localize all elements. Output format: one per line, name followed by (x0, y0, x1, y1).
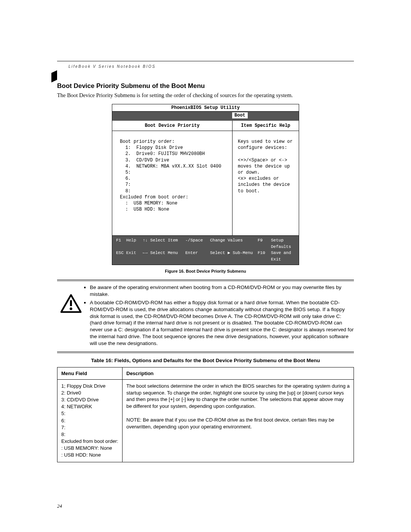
bios-menubar: Boot (112, 112, 299, 121)
table-header-row: Menu Field Description (57, 367, 354, 379)
warning-block: Be aware of the operating environment wh… (57, 284, 354, 348)
bios-left-title: Boot Device Priority (112, 121, 232, 131)
fields-table: Menu Field Description 1; Floppy Disk Dr… (57, 367, 354, 462)
intro-paragraph: The Boot Device Priority Submenu is for … (57, 92, 354, 99)
table-title: Table 16: Fields, Options and Defaults f… (57, 358, 354, 363)
table-cell-menufield: 1; Floppy Disk Drive 2: Drive0 3: CD/DVD… (57, 379, 123, 462)
table-header-menufield: Menu Field (57, 367, 123, 379)
bios-right-title: Item Specific Help (233, 121, 299, 131)
bios-title: PhoenixBIOS Setup Utility (112, 104, 299, 112)
table-cell-description: The boot selections determine the order … (123, 379, 354, 462)
section-title: Boot Device Priority Submenu of the Boot… (57, 82, 354, 90)
warning-rule-top (57, 280, 354, 281)
tab-marker (51, 70, 57, 83)
warning-bullet-1: Be aware of the operating environment wh… (90, 284, 354, 298)
svg-point-2 (70, 308, 72, 310)
table-header-description: Description (123, 367, 354, 379)
warning-rule-bottom (57, 351, 354, 353)
bios-help-text: Keys used to view or configure devices: … (233, 131, 299, 217)
bios-active-tab: Boot (232, 112, 248, 118)
bios-screenshot: PhoenixBIOS Setup Utility Boot Boot Devi… (112, 104, 299, 265)
header-rule (57, 61, 354, 61)
page-number: 24 (57, 503, 62, 509)
bios-footer: F1 Help ↑↓ Select Item -/Space Change Va… (112, 236, 299, 265)
table-row: 1; Floppy Disk Drive 2: Drive0 3: CD/DVD… (57, 379, 354, 462)
figure-caption: Figure 16. Boot Device Priority Submenu (57, 269, 354, 273)
bios-boot-list: Boot priority order: 1: Floppy Disk Driv… (112, 131, 232, 235)
running-header: LifeBook V Series Notebook BIOS (57, 64, 354, 71)
svg-rect-1 (70, 300, 72, 306)
warning-bullet-2: A bootable CD-ROM/DVD-ROM has either a f… (90, 299, 354, 347)
warning-icon (57, 284, 84, 315)
